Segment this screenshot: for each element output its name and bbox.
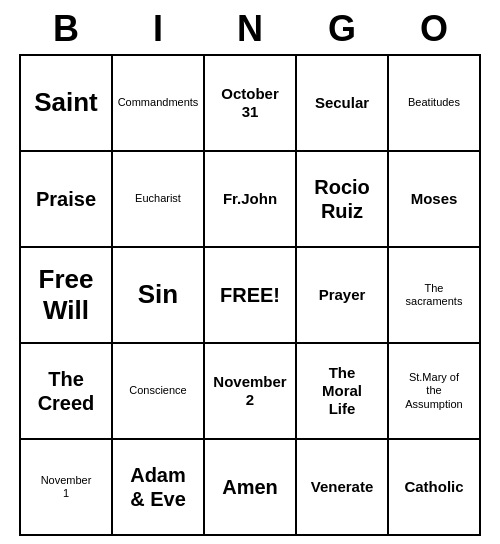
cell-3-3: The Moral Life	[297, 344, 389, 440]
cell-1-3: Rocio Ruiz	[297, 152, 389, 248]
cell-1-1: Eucharist	[113, 152, 205, 248]
bingo-header: BINGO	[20, 0, 480, 54]
cell-3-4: St.Mary of the Assumption	[389, 344, 481, 440]
bingo-letter: O	[394, 8, 474, 50]
cell-2-1: Sin	[113, 248, 205, 344]
cell-1-2: Fr.John	[205, 152, 297, 248]
cell-2-2: FREE!	[205, 248, 297, 344]
cell-2-3: Prayer	[297, 248, 389, 344]
cell-4-4: Catholic	[389, 440, 481, 536]
cell-0-0: Saint	[21, 56, 113, 152]
cell-1-0: Praise	[21, 152, 113, 248]
cell-4-0: November 1	[21, 440, 113, 536]
bingo-letter: B	[26, 8, 106, 50]
cell-2-0: Free Will	[21, 248, 113, 344]
cell-4-2: Amen	[205, 440, 297, 536]
cell-3-1: Conscience	[113, 344, 205, 440]
cell-2-4: The sacraments	[389, 248, 481, 344]
cell-0-3: Secular	[297, 56, 389, 152]
cell-1-4: Moses	[389, 152, 481, 248]
bingo-letter: G	[302, 8, 382, 50]
cell-0-1: Commandments	[113, 56, 205, 152]
cell-4-1: Adam & Eve	[113, 440, 205, 536]
cell-3-2: November 2	[205, 344, 297, 440]
cell-0-2: October 31	[205, 56, 297, 152]
bingo-grid: SaintCommandmentsOctober 31SecularBeatit…	[19, 54, 481, 536]
cell-4-3: Venerate	[297, 440, 389, 536]
bingo-letter: N	[210, 8, 290, 50]
bingo-letter: I	[118, 8, 198, 50]
cell-3-0: The Creed	[21, 344, 113, 440]
cell-0-4: Beatitudes	[389, 56, 481, 152]
